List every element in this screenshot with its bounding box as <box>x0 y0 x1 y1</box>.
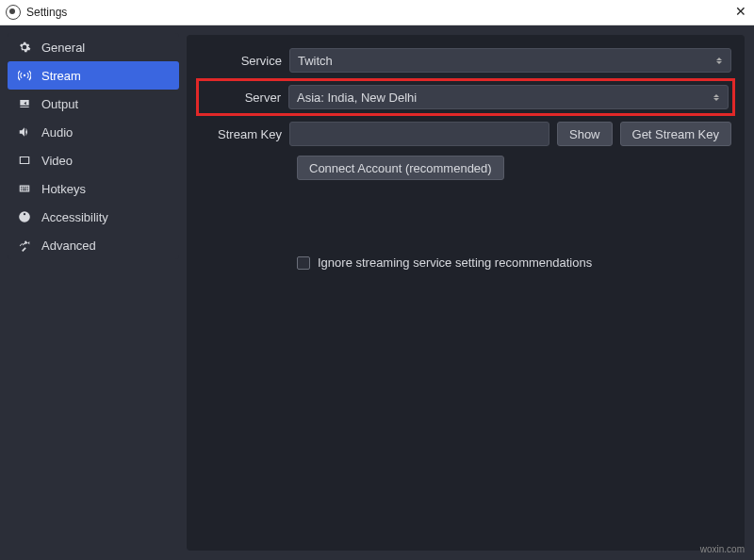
speaker-icon <box>17 125 32 139</box>
antenna-icon <box>17 69 32 82</box>
chevron-updown-icon <box>712 49 727 72</box>
keyboard-icon <box>17 182 32 195</box>
watermark: woxin.com <box>700 544 745 554</box>
sidebar-item-hotkeys[interactable]: Hotkeys <box>8 174 179 203</box>
sidebar-item-output[interactable]: Output <box>8 90 179 118</box>
sidebar-item-label: Output <box>41 97 78 111</box>
window-title: Settings <box>26 6 67 19</box>
ignore-recommendations-row: Ignore streaming service setting recomme… <box>297 255 731 270</box>
window-body: General Stream Output Audio <box>0 25 754 560</box>
sidebar-item-audio[interactable]: Audio <box>8 118 179 146</box>
sidebar-item-advanced[interactable]: Advanced <box>8 231 179 259</box>
sidebar-item-general[interactable]: General <box>8 33 179 61</box>
accessibility-icon <box>17 210 32 223</box>
server-select[interactable]: Asia: India, New Delhi <box>288 85 729 109</box>
show-button[interactable]: Show <box>557 122 613 146</box>
sidebar-item-label: Advanced <box>41 239 96 253</box>
gear-icon <box>17 41 32 54</box>
sidebar-item-video[interactable]: Video <box>8 146 179 174</box>
sidebar-item-label: Stream <box>41 69 81 83</box>
sidebar: General Stream Output Audio <box>0 25 187 560</box>
streamkey-row: Stream Key Show Get Stream Key <box>200 122 731 146</box>
streamkey-input[interactable] <box>289 122 549 146</box>
sidebar-item-accessibility[interactable]: Accessibility <box>8 203 179 231</box>
sidebar-item-label: General <box>41 41 85 55</box>
close-icon[interactable]: ✕ <box>735 4 746 19</box>
service-label: Service <box>200 54 289 68</box>
ignore-checkbox[interactable] <box>297 256 310 270</box>
server-row-highlight: Server Asia: India, New Delhi <box>196 78 735 116</box>
service-select[interactable]: Twitch <box>289 48 731 73</box>
sidebar-item-label: Accessibility <box>41 210 108 224</box>
streamkey-label: Stream Key <box>200 127 289 141</box>
sidebar-item-label: Audio <box>41 125 73 140</box>
app-icon <box>6 5 21 20</box>
service-row: Service Twitch <box>200 48 731 73</box>
service-value: Twitch <box>298 54 333 68</box>
sidebar-item-label: Hotkeys <box>41 182 86 196</box>
tools-icon <box>17 239 32 252</box>
connect-account-button[interactable]: Connect Account (recommended) <box>297 156 504 180</box>
server-value: Asia: India, New Delhi <box>297 91 417 105</box>
video-icon <box>17 154 32 167</box>
titlebar: Settings ✕ <box>0 0 754 25</box>
chevron-updown-icon <box>709 86 724 108</box>
ignore-checkbox-label: Ignore streaming service setting recomme… <box>318 255 592 270</box>
server-label: Server <box>203 91 288 105</box>
get-stream-key-button[interactable]: Get Stream Key <box>620 122 731 146</box>
sidebar-item-stream[interactable]: Stream <box>8 61 179 90</box>
main-panel: Service Twitch Server Asia: India, New D… <box>187 25 754 560</box>
output-icon <box>17 97 32 110</box>
sidebar-item-label: Video <box>41 154 73 168</box>
